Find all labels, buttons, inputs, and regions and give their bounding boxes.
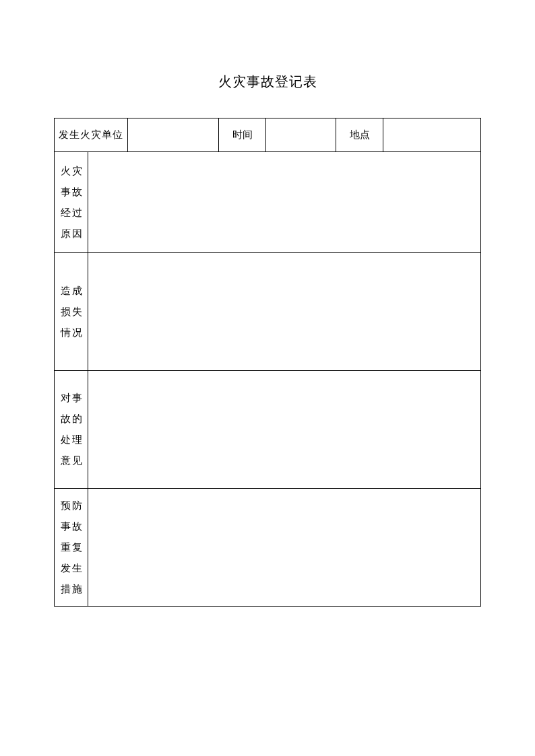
label-time: 时间	[219, 118, 266, 152]
value-process[interactable]	[88, 152, 481, 253]
label-char: 预防	[61, 501, 82, 511]
label-char: 意见	[61, 456, 82, 466]
table-row-prevention: 预防 事故 重复 发生 措施	[55, 489, 481, 607]
value-prevention[interactable]	[88, 489, 481, 607]
label-char: 情况	[61, 328, 82, 338]
label-char: 处理	[61, 435, 82, 445]
label-char: 对事	[61, 393, 82, 403]
value-place[interactable]	[383, 118, 481, 152]
label-char: 损失	[61, 307, 82, 317]
value-damage[interactable]	[88, 253, 481, 371]
label-char: 原因	[61, 229, 82, 239]
label-char: 发生	[61, 563, 82, 574]
label-opinion: 对事 故的 处理 意见	[55, 371, 88, 489]
value-time[interactable]	[266, 118, 336, 152]
label-unit: 发生火灾单位	[55, 118, 128, 152]
label-char: 措施	[61, 584, 82, 594]
label-char: 造成	[61, 286, 82, 296]
value-opinion[interactable]	[88, 371, 481, 489]
label-char: 事故	[61, 522, 82, 532]
label-char: 事故	[61, 187, 82, 197]
fire-incident-form-table: 发生火灾单位 时间 地点 火灾 事故 经过 原因 造成 损失 情况 对事 故的 …	[54, 118, 481, 607]
page-title: 火灾事故登记表	[0, 0, 535, 91]
table-row-process: 火灾 事故 经过 原因	[55, 152, 481, 253]
table-header-row: 发生火灾单位 时间 地点	[55, 118, 481, 152]
value-unit[interactable]	[128, 118, 219, 152]
label-damage: 造成 损失 情况	[55, 253, 88, 371]
label-prevention: 预防 事故 重复 发生 措施	[55, 489, 88, 607]
table-row-damage: 造成 损失 情况	[55, 253, 481, 371]
table-row-opinion: 对事 故的 处理 意见	[55, 371, 481, 489]
label-char: 故的	[61, 414, 82, 424]
label-char: 重复	[61, 543, 82, 553]
label-place: 地点	[336, 118, 383, 152]
label-process: 火灾 事故 经过 原因	[55, 152, 88, 253]
label-char: 经过	[61, 208, 82, 218]
label-char: 火灾	[61, 166, 82, 176]
